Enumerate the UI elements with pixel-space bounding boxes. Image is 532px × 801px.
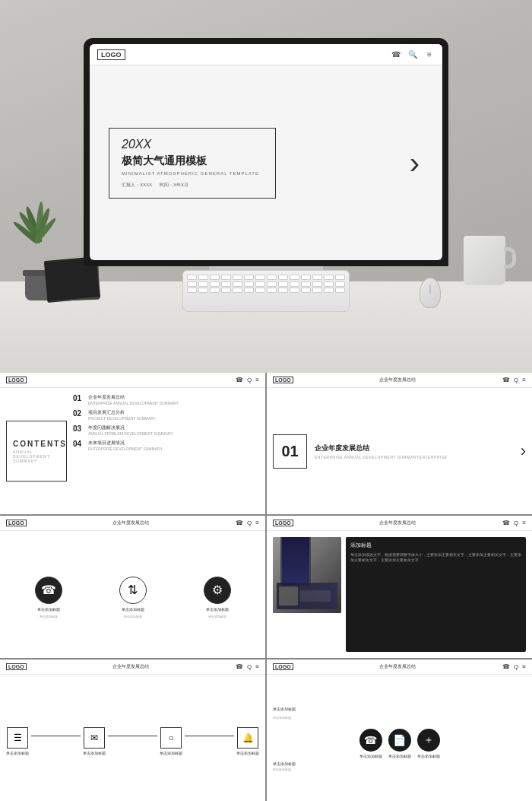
timeline-header-icons: ☎ Q ≡ <box>236 663 259 670</box>
circles-page-title: 企业年度发展总结 <box>379 663 416 670</box>
slide-content: 20XX 极简大气通用模板 MINIMALIST ATMOSPHERIC GEN… <box>90 65 442 260</box>
icons1-thumb-header: LOGO 企业年度发展总结 ☎ Q ≡ <box>0 516 265 531</box>
chapter-header-icons: ☎ Q ≡ <box>502 377 526 383</box>
contents-label: CONTENTS <box>13 440 60 448</box>
chapter-arrow: › <box>521 441 526 461</box>
content-text-1: 企业年度发展总结 <box>88 394 179 401</box>
photo-body: 添加标题 单击添加描述文字，根据需要调整字体大小，主要添加主要相关文字，主要添加… <box>267 531 532 657</box>
text-block-body: 单击添加描述文字，根据需要调整字体大小，主要添加主要相关文字，主要添加主要相关文… <box>350 552 521 563</box>
photo-block <box>273 537 341 613</box>
timeline-line-2 <box>108 736 157 736</box>
content-text-3: 年度问题解决展况 <box>88 424 173 431</box>
slides-grid: LOGO ☎ Q ≡ CONTENTS ANNUAL DEVELOPMENT S… <box>0 373 532 801</box>
circle-icon-doc: 📄 <box>388 729 411 752</box>
search-icon[interactable]: 🔍 <box>407 49 418 60</box>
circles-label-4: 单击添加标题 <box>273 761 526 766</box>
circles-slide: LOGO 企业年度发展总结 ☎ Q ≡ 单击添加标题 单击添加标题 ☎ 单击添加… <box>267 660 532 801</box>
search-icon-s3: Q <box>247 520 252 526</box>
menu-icon-s3: ≡ <box>255 520 259 526</box>
timeline-thumb-header: LOGO 企业年度发展总结 ☎ Q ≡ <box>0 660 265 675</box>
timeline-label-1: 单击添加标题 <box>6 751 29 755</box>
content-num-1: 01 <box>73 394 85 402</box>
contents-sublabel: ANNUAL DEVELOPMENT SUMMARY <box>13 450 60 463</box>
slide-text-box: 20XX 极简大气通用模板 MINIMALIST ATMOSPHERIC GEN… <box>109 128 276 199</box>
icon-circle-phone: ☎ <box>35 577 62 604</box>
slide-meta: 汇报人：XXXX 时间：X年X月 <box>122 182 263 189</box>
phone-icon-s4: ☎ <box>502 520 510 526</box>
content-subtext-3: ANNUAL PROBLEM DEVELOPMENT SUMMARY <box>88 431 173 436</box>
phone-overlay <box>280 537 311 586</box>
icon-sublabel-2: 单击添加标题 <box>124 615 142 618</box>
timeline-label-2: 单击添加标题 <box>83 751 106 755</box>
circles-thumb-header: LOGO 企业年度发展总结 ☎ Q ≡ <box>267 660 532 675</box>
text-block: 添加标题 单击添加描述文字，根据需要调整字体大小，主要添加主要相关文字，主要添加… <box>346 537 526 651</box>
search-icon-s5: Q <box>247 663 252 670</box>
timeline-row: ☰ 单击添加标题 ✉ 单击添加标题 ○ 单击添加标题 🔔 单击添加标题 <box>6 727 259 755</box>
icon-circle-gear: ⚙ <box>204 577 231 604</box>
chapter-text: 企业年度发展总结 ENTERPRISE ANNUAL DEVELOPMENT S… <box>307 443 521 459</box>
circles-sublabel-4: 单击添加标题 <box>273 768 526 771</box>
contents-box: CONTENTS ANNUAL DEVELOPMENT SUMMARY <box>6 421 67 482</box>
menu-icon[interactable]: ≡ <box>424 49 435 60</box>
icons-slide-1: LOGO 企业年度发展总结 ☎ Q ≡ ☎ 单击添加标题 单击添加标题 ⇅ 单击… <box>0 516 265 657</box>
icon-sublabel-3: 单击添加标题 <box>208 615 226 618</box>
icons1-page-title: 企业年度发展总结 <box>112 520 149 526</box>
icon-item-2: ⇅ 单击添加标题 单击添加标题 <box>119 577 147 618</box>
contents-slide: LOGO ☎ Q ≡ CONTENTS ANNUAL DEVELOPMENT S… <box>0 373 265 514</box>
circles-label-1: 单击添加标题 <box>273 707 526 711</box>
timeline-icon-4: 🔔 <box>237 727 258 749</box>
circle-item-2: 📄 单击添加标题 <box>388 729 411 758</box>
chapter-thumb-header: LOGO 企业年度发展总结 ☎ Q ≡ <box>267 373 532 388</box>
chapter-body: 01 企业年度发展总结 ENTERPRISE ANNUAL DEVELOPMEN… <box>267 388 532 514</box>
phone-icon[interactable]: ☎ <box>391 49 401 60</box>
content-item-2: 02 项目发展汇总分析 PROJECT DEVELOPMENT SUMMARY <box>73 409 259 421</box>
content-item-3: 03 年度问题解决展况 ANNUAL PROBLEM DEVELOPMENT S… <box>73 424 259 436</box>
circles-logo: LOGO <box>273 663 293 670</box>
content-text-4: 未来项目进展情况 <box>88 440 163 447</box>
timeline-label-4: 单击添加标题 <box>236 751 259 755</box>
keyboard <box>182 270 350 312</box>
circle-icon-add: ＋ <box>417 729 440 752</box>
timeline-icon-2: ✉ <box>84 727 105 749</box>
content-item-4: 04 未来项目进展情况 ENTERPRISE DEVELOPMENT SUMMA… <box>73 440 259 451</box>
icons1-body: ☎ 单击添加标题 单击添加标题 ⇅ 单击添加标题 单击添加标题 ⚙ 单击添加标题… <box>0 531 265 657</box>
slide-year: 20XX <box>122 138 263 151</box>
circles-header-icons: ☎ Q ≡ <box>502 663 526 670</box>
circles-body: 单击添加标题 单击添加标题 ☎ 单击添加标题 📄 单击添加标题 ＋ 单击添加标题 <box>267 675 532 801</box>
content-subtext-2: PROJECT DEVELOPMENT SUMMARY <box>88 416 156 421</box>
content-subtext-1: ENTERPRISE ANNUAL DEVELOPMENT SUMMARY <box>88 401 179 405</box>
browser-icons: ☎ 🔍 ≡ <box>391 49 435 60</box>
circles-row: ☎ 单击添加标题 📄 单击添加标题 ＋ 单击添加标题 <box>359 729 440 758</box>
content-num-3: 03 <box>73 424 85 433</box>
menu-icon-s1: ≡ <box>255 377 259 383</box>
contents-header-icons: ☎ Q ≡ <box>236 377 259 383</box>
timeline-item-1: ☰ 单击添加标题 <box>6 727 29 755</box>
photo-page-title: 企业年度发展总结 <box>379 520 416 526</box>
timeline-label-3: 单击添加标题 <box>160 751 182 755</box>
slide-arrow: › <box>410 146 420 180</box>
chapter-title-en: ENTERPRISE ANNUAL DEVELOPMENT SUMMARYENT… <box>315 455 521 459</box>
date-label: 时间：X年X月 <box>160 182 188 189</box>
timeline-item-3: ○ 单击添加标题 <box>160 727 182 755</box>
contents-left-panel: CONTENTS ANNUAL DEVELOPMENT SUMMARY <box>6 394 67 508</box>
phone-icon-s2: ☎ <box>502 377 510 383</box>
timeline-line-1 <box>31 736 81 736</box>
phone-icon-s1: ☎ <box>236 377 243 383</box>
menu-icon-s6: ≡ <box>522 663 526 670</box>
photo-header-icons: ☎ Q ≡ <box>502 520 526 526</box>
photo-thumb-header: LOGO 企业年度发展总结 ☎ Q ≡ <box>267 516 532 531</box>
icon-sublabel-1: 单击添加标题 <box>40 615 58 618</box>
timeline-item-4: 🔔 单击添加标题 <box>236 727 259 755</box>
hero-section: LOGO ☎ 🔍 ≡ 20XX 极简大气通用模板 MINIMALIST ATMO… <box>0 0 532 373</box>
search-icon-s1: Q <box>247 377 252 383</box>
chapter-num: 01 <box>281 443 298 460</box>
content-num-2: 02 <box>73 409 85 418</box>
content-num-4: 04 <box>73 440 85 448</box>
icon-label-1: 单击添加标题 <box>37 607 60 612</box>
search-icon-s6: Q <box>514 663 518 670</box>
phone-icon-s6: ☎ <box>502 663 510 670</box>
timeline-slide: LOGO 企业年度发展总结 ☎ Q ≡ ☰ 单击添加标题 ✉ 单击添加标题 <box>0 660 265 801</box>
photo-logo: LOGO <box>273 520 293 526</box>
icon-label-3: 单击添加标题 <box>206 607 229 612</box>
monitor-screen-inner: LOGO ☎ 🔍 ≡ 20XX 极简大气通用模板 MINIMALIST ATMO… <box>90 44 442 260</box>
